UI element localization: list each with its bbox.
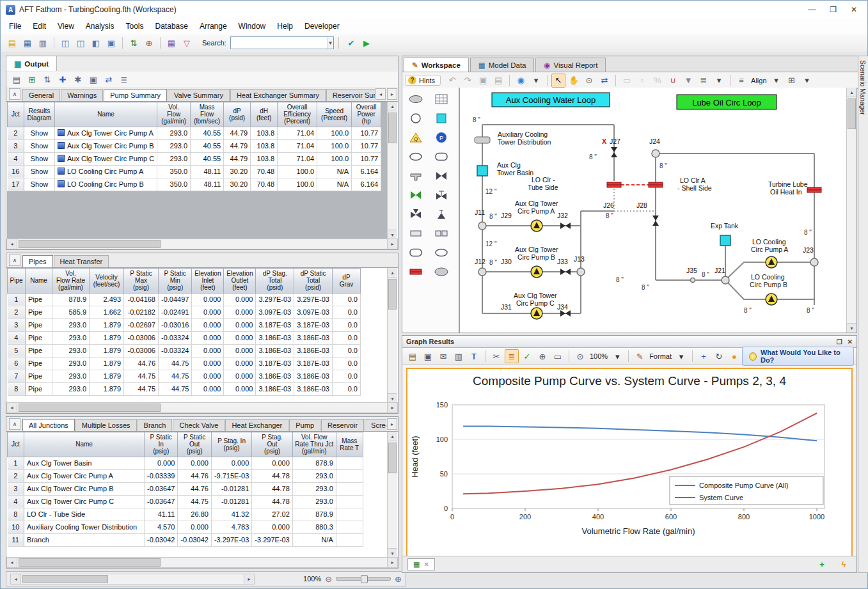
tab-model-data[interactable]: ▦Model Data	[470, 58, 535, 72]
close-graph-tab-icon[interactable]: ✕	[423, 561, 429, 568]
junctions-tab-all-junctions[interactable]: All Junctions	[22, 419, 75, 431]
print-icon[interactable]: ▥	[452, 349, 466, 363]
junctions-tab-heat-exchanger[interactable]: Heat Exchanger	[225, 419, 288, 431]
scroll-thumb[interactable]	[848, 98, 856, 129]
pump-symbol-lo-a[interactable]	[766, 256, 777, 268]
valve-symbol-j33[interactable]	[560, 269, 571, 275]
close-panel-icon[interactable]: ✕	[848, 338, 853, 345]
scroll-up-icon[interactable]: ▴	[388, 432, 397, 441]
menu-analysis[interactable]: Analysis	[80, 20, 120, 33]
grid-dropdown-icon[interactable]: ▾	[800, 74, 814, 88]
menu-arrange[interactable]: Arrange	[194, 20, 233, 33]
apply-check-icon[interactable]: ✔	[344, 36, 358, 50]
control-valve-tool[interactable]	[429, 186, 454, 204]
copy-icon[interactable]: ▣	[86, 72, 100, 86]
scroll-thumb[interactable]	[19, 240, 161, 248]
copy-graph-icon[interactable]: ▤	[406, 349, 420, 363]
screen-tool[interactable]	[429, 244, 454, 262]
column-header[interactable]: Velocity (feet/sec)	[90, 269, 124, 294]
scroll-right-icon[interactable]: ▸	[244, 574, 254, 584]
add-graph-icon[interactable]: +	[697, 349, 711, 363]
reservoir-tool[interactable]	[429, 109, 454, 127]
column-header[interactable]: Overall Power (hp	[352, 102, 381, 127]
annotation-icon[interactable]: ▭	[551, 349, 565, 363]
scroll-left-icon[interactable]: ◂	[7, 403, 17, 412]
canvas-v-scrollbar[interactable]: ▴ ▾	[846, 88, 856, 333]
tab-scroll-left-icon[interactable]: ◂	[375, 88, 386, 100]
pipes-v-scrollbar[interactable]: ▴ ▾	[387, 268, 397, 403]
junction-circle-j23[interactable]	[810, 258, 818, 266]
spray-discharge-tool[interactable]	[404, 148, 428, 166]
pump-symbol-aux-c[interactable]	[531, 308, 542, 319]
clip-icon[interactable]: ✂	[489, 349, 503, 363]
valve-symbol-j27[interactable]	[611, 147, 617, 157]
column-header[interactable]: Mass Flow (lbm/sec)	[191, 102, 224, 127]
junctions-tab-screen[interactable]: Screen	[365, 419, 386, 431]
pipes-h-scrollbar[interactable]: ◂ ▸	[6, 402, 398, 413]
output-h-scrollbar[interactable]: ◂ ▸	[6, 239, 398, 249]
sort-icon[interactable]: ⇅	[40, 72, 54, 86]
duplicate-icon[interactable]: ▣	[421, 349, 435, 363]
column-header[interactable]: dP Grav	[332, 269, 360, 294]
scroll-thumb[interactable]	[388, 113, 397, 143]
align-icon[interactable]: ≡	[734, 74, 748, 88]
redo-icon[interactable]: ↷	[461, 74, 475, 88]
zoom-slider[interactable]	[336, 577, 391, 581]
copy-icon[interactable]: ▣	[476, 74, 490, 88]
pump-symbol-aux-a[interactable]	[531, 220, 542, 232]
pipe-tool[interactable]	[404, 90, 428, 108]
show-results-button[interactable]: Show	[24, 152, 55, 165]
sort-icon[interactable]: ⇅	[127, 36, 141, 50]
scroll-down-icon[interactable]: ▾	[388, 393, 397, 403]
scroll-thumb[interactable]	[388, 279, 397, 310]
column-header[interactable]: Jct	[8, 102, 24, 127]
junctions-tab-pump[interactable]: Pump	[289, 419, 320, 431]
quick-graph-icon[interactable]: ϟ	[837, 558, 851, 572]
scroll-thumb[interactable]	[19, 558, 161, 567]
column-header[interactable]: dH (feet)	[251, 102, 278, 127]
column-header[interactable]: Vol. Flow Rate (gal/min)	[52, 269, 90, 294]
column-header[interactable]: P Static In (psig)	[145, 432, 178, 457]
output-panel-tab[interactable]: ▦ Output	[6, 56, 57, 71]
scroll-down-icon[interactable]: ▾	[847, 323, 856, 333]
branch-tool[interactable]	[404, 109, 428, 127]
globe-icon[interactable]: ◉	[514, 74, 528, 88]
column-header[interactable]: P Static Min (psig)	[159, 269, 192, 294]
pump-symbol-lo-b[interactable]	[766, 294, 777, 305]
pump-tool[interactable]	[429, 263, 454, 281]
loop-title-label[interactable]: Aux Cooling Water Loop	[506, 95, 596, 105]
tab-scroll-right-icon[interactable]: ▸	[387, 88, 397, 100]
align-dropdown-icon[interactable]: ▾	[769, 74, 784, 88]
scroll-up-icon[interactable]: ▴	[847, 88, 856, 97]
left-h-scrollbar[interactable]: ◂ ▸	[10, 574, 255, 585]
valve-symbol-j34[interactable]	[560, 310, 571, 317]
output-tab-pump-summary[interactable]: Pump Summary	[104, 89, 167, 101]
pipes-tab-heat-transfer[interactable]: Heat Transfer	[54, 255, 109, 267]
junction-circle-j12[interactable]	[478, 268, 486, 276]
diagram-area[interactable]: Aux Cooling Water LoopLube Oil Circ Loop…	[457, 88, 847, 333]
scroll-right-icon[interactable]: ▸	[387, 403, 397, 412]
pump-symbol-aux-b[interactable]	[531, 266, 542, 278]
menu-database[interactable]: Database	[150, 20, 194, 33]
zoom-slider-thumb[interactable]	[361, 575, 368, 583]
column-header[interactable]: Vol. Flow Rate Thru Jct (gal/min)	[292, 432, 336, 457]
column-header[interactable]: Results Diagram	[24, 102, 55, 127]
undo-icon[interactable]: ↶	[445, 74, 459, 88]
scroll-up-icon[interactable]: ▴	[388, 268, 397, 278]
crosshair-icon[interactable]: ⊕	[535, 349, 549, 363]
output-tab-warnings[interactable]: Warnings	[61, 89, 103, 101]
annotation-icon[interactable]: ▭	[620, 74, 634, 88]
pipe-lines-dotted[interactable]	[614, 189, 656, 211]
menu-file[interactable]: File	[3, 20, 27, 33]
highlight-icon[interactable]: ●	[727, 349, 741, 363]
junction-circle-j21[interactable]	[722, 276, 729, 284]
close-button[interactable]: ✕	[851, 5, 857, 14]
scroll-thumb[interactable]	[388, 443, 397, 473]
junctions-tab-reservoir[interactable]: Reservoir	[321, 419, 364, 431]
format-dropdown-icon[interactable]: ▾	[674, 349, 688, 363]
column-header[interactable]: Mass Rate T	[336, 432, 363, 457]
layers-icon[interactable]: ≣	[697, 74, 711, 88]
export-excel-icon[interactable]: ⊞	[25, 72, 39, 86]
venturi-tool[interactable]	[404, 224, 428, 242]
pan-hand-icon[interactable]: ✋	[567, 74, 581, 88]
